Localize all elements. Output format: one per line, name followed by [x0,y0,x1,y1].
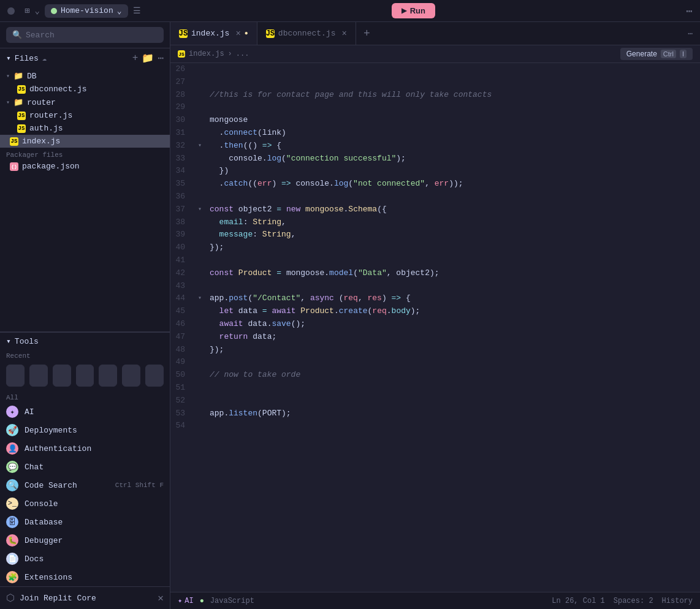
console-icon: >_ [6,497,18,510]
project-name[interactable]: Home-vision ⌄ [45,4,128,18]
generate-label: Generate [626,50,657,58]
recent-icon-1[interactable] [6,365,25,387]
status-position: Ln 26, Col 1 [552,597,604,605]
status-left: ✦ AI ● JavaScript [178,596,254,605]
code-area[interactable]: 26 27 28 //this is for contact page and … [170,63,700,592]
ai-icon: ✦ [6,406,18,418]
window-controls [7,7,15,15]
tab-dbconnect-js-label: dbconnect.js [278,29,336,38]
folder-router[interactable]: ▾ 📁 router [0,96,170,109]
database-icon: 🗄 [6,516,18,528]
code-line-32: 32 ▾ .then(() => { [170,140,700,153]
close-sidebar-button[interactable]: ✕ [158,592,164,604]
search-input[interactable] [26,31,158,40]
recent-icon-4[interactable] [76,365,94,387]
tabs-bar: JS index.js × ● JS dbconnect.js × + ⋯ [170,22,700,45]
code-line-28: 28 //this is for contact page and this w… [170,89,700,102]
breadcrumb-bar: JS index.js › ... Generate Ctrl I [170,45,700,63]
ai-status-label: AI [185,597,193,605]
recent-icons [0,362,170,392]
layout-chevron-icon[interactable]: ⌄ [34,6,39,16]
tools-header[interactable]: ▾ Tools [0,333,170,350]
tool-chat[interactable]: 💬 Chat [0,458,170,476]
tab-dbconnect-js-close[interactable]: × [341,29,346,38]
debugger-icon: 🐛 [6,534,18,547]
folder-db[interactable]: ▾ 📁 DB [0,69,170,83]
join-replit-button[interactable]: ⬡ Join Replit Core [6,592,96,604]
ai-status-icon: ✦ [178,596,182,605]
join-replit-label: Join Replit Core [20,594,96,603]
recent-icon-5[interactable] [99,365,117,387]
grid-icon[interactable]: ⊞ [25,6,29,16]
new-folder-icon[interactable]: 📁 [142,52,154,64]
tool-code-search-label: Code Search [25,481,77,490]
recent-icon-6[interactable] [122,365,140,387]
generate-button[interactable]: Generate Ctrl I [620,48,693,60]
code-line-44: 44 ▾ app.post("/Contact", async (req, re… [170,292,700,305]
tool-authentication[interactable]: 👤 Authentication [0,439,170,458]
tool-deployments-label: Deployments [25,426,77,435]
tabs-more-button[interactable]: ⋯ [680,29,700,39]
code-line-39: 39 message: String, [170,229,700,241]
recent-icon-7[interactable] [145,365,164,387]
code-search-icon: 🔍 [6,479,18,491]
code-line-42: 42 const Product = mongoose.model("Data"… [170,267,700,280]
add-tab-button[interactable]: + [356,28,378,40]
breadcrumb-separator: › [228,50,232,58]
status-language[interactable]: JavaScript [210,597,254,605]
recent-icon-2[interactable] [29,365,48,387]
top-bar-left: ⊞ ⌄ Home-vision ⌄ ☰ [7,4,141,18]
extensions-icon: 🧩 [6,571,18,583]
file-auth-js[interactable]: JS auth.js [0,122,170,135]
tool-docs[interactable]: 📄 Docs [0,550,170,568]
tool-code-search[interactable]: 🔍 Code Search Ctrl Shift F [0,476,170,494]
tool-extensions[interactable]: 🧩 Extensions [0,568,170,586]
files-section: ▾ Files ☁ + 📁 ⋯ ▾ 📁 DB JS [0,48,170,332]
tools-section: ▾ Tools Recent All ✦ AI 🚀 Deployments [0,332,170,586]
tool-deployments[interactable]: 🚀 Deployments [0,421,170,439]
authentication-icon: 👤 [6,442,18,455]
tool-ai[interactable]: ✦ AI [0,403,170,421]
code-line-46: 46 await data.save(); [170,318,700,331]
search-icon: 🔍 [12,30,22,40]
folder-db-chevron: ▾ [6,72,10,80]
more-files-icon[interactable]: ⋯ [158,52,164,64]
tool-database[interactable]: 🗄 Database [0,513,170,531]
file-package-json[interactable]: {} package.json [0,160,170,173]
status-ai[interactable]: ✦ AI [178,596,194,605]
folder-router-icon: 📁 [13,97,23,107]
tools-chevron-icon: ▾ [6,336,11,346]
tool-authentication-label: Authentication [25,444,91,453]
file-index-js[interactable]: JS index.js [0,135,170,148]
tab-dbconnect-js[interactable]: JS dbconnect.js × [257,22,356,45]
json-icon-package: {} [10,162,18,171]
file-router-js[interactable]: JS router.js [0,109,170,122]
folder-db-label: DB [27,72,37,81]
recent-label: Recent [0,350,170,362]
file-router-js-label: router.js [29,111,72,120]
tool-console[interactable]: >_ Console [0,494,170,513]
code-line-37: 37 ▾ const object2 = new mongoose.Schema… [170,203,700,216]
new-file-icon[interactable]: + [132,53,139,64]
sidebar-bottom: ⬡ Join Replit Core ✕ [0,586,170,609]
files-header[interactable]: ▾ Files ☁ + 📁 ⋯ [0,48,170,68]
tool-debugger[interactable]: 🐛 Debugger [0,531,170,550]
status-spaces[interactable]: Spaces: 2 [614,597,653,605]
recent-icon-3[interactable] [53,365,71,387]
hamburger-icon[interactable]: ☰ [133,6,141,16]
tool-ai-label: AI [25,407,34,417]
tab-index-js-close[interactable]: × [235,29,240,38]
status-dot: ● [200,597,204,605]
tool-docs-label: Docs [25,554,44,564]
more-options-icon[interactable]: ⋯ [686,4,693,18]
code-line-40: 40 }); [170,241,700,254]
file-dbconnect[interactable]: JS dbconnect.js [0,83,170,96]
tab-index-js[interactable]: JS index.js × ● [170,22,257,45]
all-label: All [0,392,170,403]
run-button[interactable]: Run [392,3,435,18]
file-auth-js-label: auth.js [29,124,63,133]
search-input-wrap[interactable]: 🔍 [6,27,164,43]
code-line-26: 26 [170,63,700,76]
status-history[interactable]: History [662,597,693,605]
code-line-38: 38 email: String, [170,216,700,229]
